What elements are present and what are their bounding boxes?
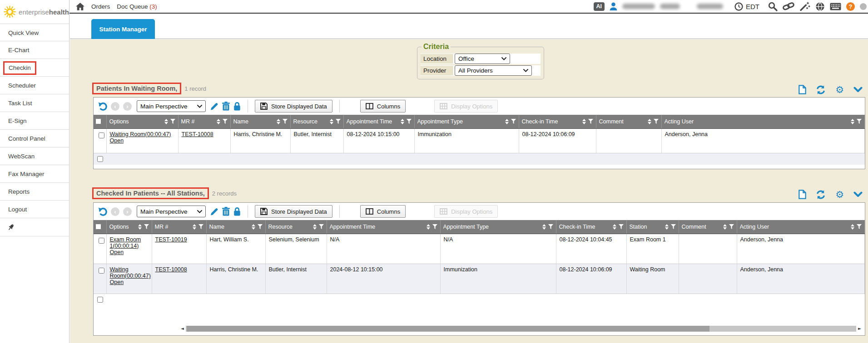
scroll-left-icon[interactable]: ◄ [181, 327, 184, 331]
column-header[interactable]: Appointment Type [440, 220, 556, 234]
column-header[interactable]: Acting User [661, 115, 865, 128]
undo-icon[interactable] [98, 207, 107, 216]
sort-icon[interactable] [648, 119, 651, 124]
next-page-icon[interactable]: › [123, 207, 132, 216]
column-header[interactable]: Acting User [737, 220, 865, 234]
store-displayed-data-button[interactable]: Store Displayed Data [255, 205, 332, 218]
column-header[interactable]: MR # [152, 220, 206, 234]
cell-link[interactable]: Open [110, 279, 149, 285]
sort-icon[interactable] [138, 224, 142, 230]
new-document-icon[interactable] [799, 85, 806, 94]
row-checkbox[interactable] [97, 156, 103, 162]
filter-funnel-icon[interactable] [588, 119, 593, 124]
lock-perspective-icon[interactable] [233, 102, 241, 111]
filter-funnel-icon[interactable] [258, 224, 263, 229]
gear-icon[interactable]: ⚙ [835, 85, 844, 94]
scroll-right-icon[interactable]: ► [858, 327, 861, 331]
sidebar-item-task-list[interactable]: Task List [0, 94, 69, 112]
sort-icon[interactable] [665, 224, 669, 230]
cell-link[interactable]: Waiting Room(00:00:47) [110, 131, 175, 137]
sort-icon[interactable] [401, 119, 404, 124]
presence-indicator-icon[interactable] [860, 3, 867, 10]
column-header[interactable]: Options [106, 220, 152, 234]
sort-icon[interactable] [851, 119, 854, 124]
filter-funnel-icon[interactable] [144, 224, 149, 229]
filter-funnel-icon[interactable] [432, 224, 437, 229]
delete-perspective-icon[interactable] [222, 102, 230, 111]
sort-icon[interactable] [582, 119, 586, 124]
filter-funnel-icon[interactable] [319, 224, 324, 229]
refresh-icon[interactable] [816, 190, 826, 199]
prev-page-icon[interactable]: ‹ [111, 207, 119, 216]
sort-icon[interactable] [505, 119, 509, 124]
home-icon[interactable] [76, 3, 84, 10]
nav-doc-queue[interactable]: Doc Queue (3) [117, 3, 157, 10]
provider-select[interactable]: All Providers [455, 65, 532, 76]
perspective-select[interactable]: Main Perspective [137, 206, 206, 217]
clock-icon[interactable] [734, 2, 743, 11]
filter-funnel-icon[interactable] [511, 119, 516, 124]
columns-button[interactable]: Columns [360, 100, 406, 113]
sidebar-item-e-chart[interactable]: E-Chart [0, 41, 69, 59]
sidebar-item-control-panel[interactable]: Control Panel [0, 130, 69, 147]
perspective-select[interactable]: Main Perspective [137, 100, 206, 112]
sidebar-item-fax-manager[interactable]: Fax Manager [0, 165, 69, 183]
cell-link[interactable]: TEST-10019 [155, 236, 203, 243]
filter-funnel-icon[interactable] [619, 224, 624, 229]
row-checkbox[interactable] [99, 132, 104, 138]
prev-page-icon[interactable]: ‹ [111, 102, 119, 111]
help-icon[interactable]: ? [846, 2, 855, 11]
sort-icon[interactable] [252, 224, 255, 230]
sort-icon[interactable] [542, 224, 546, 230]
undo-icon[interactable] [98, 102, 107, 111]
cell-link[interactable]: Waiting Room(00:00:47) [110, 266, 149, 279]
search-icon[interactable] [768, 2, 778, 11]
filter-funnel-icon[interactable] [283, 119, 288, 124]
column-header[interactable]: Resource [265, 220, 327, 234]
sidebar-item-webscan[interactable]: WebScan [0, 147, 69, 165]
sidebar-item-logout[interactable]: Logout [0, 201, 69, 218]
collapse-chevron-icon[interactable] [853, 87, 863, 93]
column-header[interactable]: Comment [596, 115, 661, 128]
gear-icon[interactable]: ⚙ [835, 190, 844, 199]
row-checkbox[interactable] [99, 238, 104, 244]
column-header[interactable]: Appointment Type [414, 115, 519, 128]
sort-icon[interactable] [613, 224, 616, 230]
location-select[interactable]: Office [455, 54, 510, 64]
user-icon[interactable] [610, 2, 617, 10]
sidebar-item-reports[interactable]: Reports [0, 183, 69, 201]
column-header[interactable]: Name [206, 220, 265, 234]
sort-icon[interactable] [313, 224, 317, 230]
tab-station-manager[interactable]: Station Manager [91, 19, 155, 39]
column-header[interactable]: Options [106, 115, 178, 128]
sidebar-item-checkin[interactable]: Checkin [0, 59, 69, 77]
column-header[interactable]: MR # [178, 115, 230, 128]
column-header[interactable]: Appointment Time [327, 220, 440, 234]
wand-icon[interactable] [799, 1, 810, 11]
pushpin-icon[interactable] [7, 224, 15, 231]
nav-orders[interactable]: Orders [91, 3, 110, 10]
cell-link[interactable]: Exam Room 1(00:00:14) [110, 236, 149, 249]
horizontal-scrollbar[interactable]: ◄ ► [181, 325, 861, 333]
new-document-icon[interactable] [799, 190, 806, 199]
filter-funnel-icon[interactable] [407, 119, 412, 124]
column-header[interactable]: Check-in Time [519, 115, 596, 128]
keyboard-icon[interactable] [830, 3, 841, 10]
column-header[interactable]: Resource [290, 115, 343, 128]
sort-icon[interactable] [330, 119, 333, 124]
filter-funnel-icon[interactable] [857, 224, 862, 229]
sidebar-item-e-sign[interactable]: E-Sign [0, 112, 69, 130]
filter-funnel-icon[interactable] [729, 224, 734, 229]
delete-perspective-icon[interactable] [222, 207, 230, 216]
sidebar-item-quick-view[interactable]: Quick View [0, 24, 69, 41]
row-checkbox[interactable] [97, 297, 103, 303]
store-displayed-data-button[interactable]: Store Displayed Data [255, 100, 332, 113]
lock-perspective-icon[interactable] [233, 207, 241, 216]
link-icon[interactable] [783, 2, 794, 11]
globe-icon[interactable] [815, 2, 825, 11]
columns-button[interactable]: Columns [360, 205, 406, 218]
cell-link[interactable]: Open [110, 137, 175, 144]
ai-badge[interactable]: AI [594, 2, 605, 11]
cell-link[interactable]: TEST-10008 [155, 266, 203, 273]
row-checkbox[interactable] [99, 268, 104, 274]
